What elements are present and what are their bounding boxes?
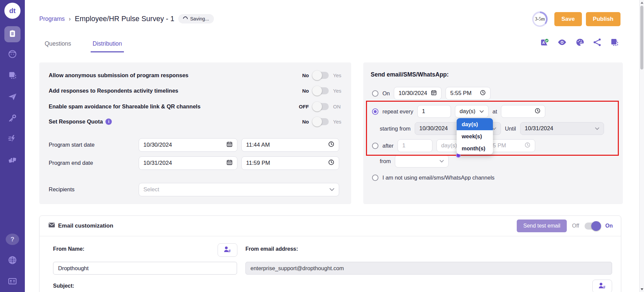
send-schedule-panel: Send email/SMS/WhatsApp: On 10/30/2024 5… bbox=[363, 62, 623, 204]
setting-row-timelines: Add responses to Respondents activity ti… bbox=[49, 84, 343, 98]
toggle-off-label: No bbox=[299, 119, 309, 125]
clock-icon[interactable] bbox=[328, 141, 334, 149]
translation-check-icon[interactable]: A bbox=[540, 38, 549, 47]
person-hash-icon: # bbox=[598, 282, 607, 291]
on-time-field[interactable]: 5:55 PM bbox=[446, 87, 491, 100]
dropdown-option-days[interactable]: day(s) bbox=[457, 118, 493, 130]
schedule-repeat-row: repeat every 1 day(s) at bbox=[372, 105, 619, 118]
calendar-icon[interactable] bbox=[431, 90, 437, 97]
program-end-time-field[interactable]: 11:59 PM bbox=[241, 156, 339, 170]
program-start-label: Program start date bbox=[49, 142, 95, 148]
timelines-toggle[interactable] bbox=[313, 87, 329, 94]
sidebar-item-programs[interactable] bbox=[4, 68, 20, 84]
anonymous-toggle[interactable] bbox=[313, 72, 329, 79]
program-end-date-field[interactable]: 10/31/2024 bbox=[139, 156, 237, 170]
share-icon[interactable] bbox=[593, 38, 602, 47]
tab-questions[interactable]: Questions bbox=[43, 39, 73, 52]
save-button[interactable]: Save bbox=[554, 12, 582, 26]
publish-button[interactable]: Publish bbox=[586, 12, 620, 26]
toggle-on-label: Yes bbox=[333, 88, 343, 94]
clock-icon-disabled bbox=[524, 142, 531, 150]
scrollbar-thumb[interactable] bbox=[640, 6, 643, 69]
clock-icon[interactable] bbox=[328, 159, 334, 167]
response-quota-toggle[interactable] bbox=[313, 118, 329, 125]
vertical-scrollbar[interactable] bbox=[639, 0, 644, 292]
from-email-label: From email address: bbox=[245, 246, 298, 252]
setting-label: Enable spam avoidance for Shareable link… bbox=[49, 103, 200, 110]
insert-personalization-button-subject[interactable]: # bbox=[592, 280, 612, 292]
repeat-unit-select[interactable]: day(s) bbox=[455, 105, 489, 118]
setting-label: Set Response Quota i bbox=[49, 118, 112, 125]
email-customization-panel: Email customization Send test email Off … bbox=[39, 215, 621, 292]
setting-label: Add responses to Respondents activity ti… bbox=[49, 88, 178, 94]
recipients-select[interactable]: Select bbox=[139, 183, 339, 196]
toggle-off-label: No bbox=[299, 72, 309, 78]
sidebar-item-integrations[interactable] bbox=[4, 152, 20, 168]
subject-label: Subject: bbox=[53, 283, 74, 289]
clock-icon[interactable] bbox=[480, 90, 486, 97]
repeat-radio[interactable] bbox=[372, 108, 378, 115]
no-channel-radio[interactable] bbox=[372, 175, 378, 181]
scroll-down-arrow-icon[interactable] bbox=[641, 288, 643, 290]
sidebar-item-automation[interactable] bbox=[4, 131, 20, 147]
tab-distribution[interactable]: Distribution bbox=[91, 39, 124, 52]
paper-plane-icon bbox=[8, 92, 17, 103]
person-hash-icon: # bbox=[223, 245, 232, 255]
breadcrumb: Programs › Employee/HR Pulse Survey - 1 … bbox=[39, 14, 214, 23]
after-radio[interactable] bbox=[372, 143, 378, 149]
after-interval-input[interactable]: 1 bbox=[398, 139, 432, 152]
dropdown-option-weeks[interactable]: week(s) bbox=[457, 130, 493, 142]
sidebar-item-account[interactable] bbox=[4, 274, 20, 290]
sidebar-item-surveys[interactable] bbox=[4, 26, 20, 42]
program-settings-panel: Allow anonymous submission of program re… bbox=[39, 62, 351, 204]
program-start-date-field[interactable]: 10/30/2024 bbox=[139, 138, 237, 152]
info-icon[interactable]: i bbox=[105, 118, 112, 125]
duration-badge: 3-5m bbox=[532, 11, 548, 27]
envelope-icon bbox=[48, 222, 55, 230]
on-date-field[interactable]: 10/30/2024 bbox=[394, 87, 442, 100]
sidebar-item-contacts[interactable] bbox=[4, 47, 20, 63]
calendar-icon[interactable] bbox=[226, 141, 233, 149]
from-label: from bbox=[380, 158, 391, 164]
scroll-up-arrow-icon[interactable] bbox=[641, 2, 643, 4]
spam-avoidance-toggle[interactable] bbox=[313, 103, 329, 110]
duplicate-icon[interactable] bbox=[610, 38, 619, 47]
chevron-down-icon bbox=[329, 186, 334, 193]
theme-palette-icon[interactable] bbox=[575, 38, 585, 47]
no-channel-label: I am not using email/sms/WhatsApp channe… bbox=[382, 175, 495, 181]
dropdown-option-months[interactable]: month(s) bbox=[457, 142, 493, 154]
chevron-down-icon bbox=[440, 158, 444, 164]
at-label: at bbox=[493, 108, 497, 115]
clock-icon[interactable] bbox=[535, 108, 541, 115]
from-select[interactable] bbox=[395, 155, 449, 167]
sidebar-item-distribute[interactable] bbox=[4, 89, 20, 105]
toggle-off-label: OFF bbox=[299, 104, 309, 109]
tab-bar: Questions Distribution bbox=[43, 39, 124, 52]
schedule-starting-row: starting from 10/30/2024 Until 10/31/202… bbox=[380, 122, 619, 135]
insert-personalization-button[interactable]: # bbox=[218, 243, 237, 257]
help-icon: ? bbox=[6, 234, 19, 245]
breadcrumb-programs-link[interactable]: Programs bbox=[39, 15, 65, 22]
sidebar-item-help[interactable]: ? bbox=[4, 231, 20, 247]
svg-text:#: # bbox=[603, 285, 605, 290]
email-customization-header: Email customization Send test email Off … bbox=[40, 216, 621, 236]
saving-status-badge: Saving... bbox=[178, 14, 214, 23]
app-logo[interactable]: dt bbox=[4, 3, 20, 19]
on-radio[interactable] bbox=[372, 90, 378, 97]
until-select[interactable]: 10/31/2024 bbox=[520, 122, 604, 135]
calendar-icon[interactable] bbox=[226, 159, 233, 167]
sidebar-item-access-keys[interactable] bbox=[4, 111, 20, 127]
schedule-no-channel-row: I am not using email/sms/WhatsApp channe… bbox=[372, 171, 619, 184]
preview-eye-icon[interactable] bbox=[557, 38, 567, 47]
sidebar-item-language[interactable] bbox=[4, 253, 20, 269]
toggle-on-label: Yes bbox=[333, 119, 343, 125]
schedule-after-row: after 1 day(s) 55 PM bbox=[372, 139, 619, 152]
repeat-interval-input[interactable]: 1 bbox=[417, 105, 451, 118]
unit-dropdown-menu: day(s) week(s) month(s) bbox=[457, 118, 493, 154]
repeat-at-time-field[interactable] bbox=[501, 105, 545, 118]
send-test-email-button[interactable]: Send test email bbox=[517, 220, 566, 232]
clipboard-survey-icon bbox=[8, 29, 17, 39]
program-start-time-field[interactable]: 11:44 AM bbox=[241, 138, 339, 152]
email-customization-toggle[interactable] bbox=[585, 223, 600, 230]
from-name-input[interactable]: Dropthought bbox=[53, 262, 237, 275]
